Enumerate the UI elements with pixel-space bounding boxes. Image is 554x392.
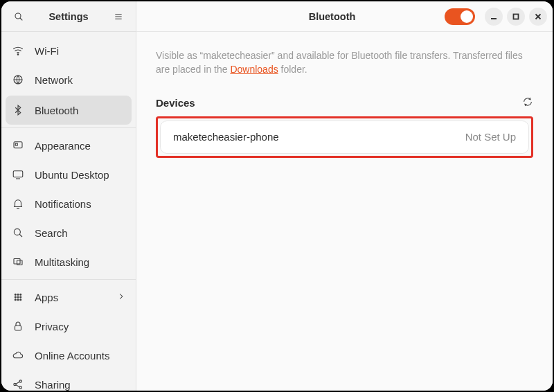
sidebar-item-sharing[interactable]: Sharing	[1, 370, 136, 391]
svg-line-28	[16, 382, 19, 384]
sidebar-item-online-accounts[interactable]: Online Accounts	[1, 341, 136, 370]
sidebar-item-label: Bluetooth	[35, 105, 78, 116]
sidebar-item-privacy[interactable]: Privacy	[1, 312, 136, 341]
svg-point-20	[20, 296, 21, 298]
svg-point-25	[14, 383, 16, 385]
wifi-icon	[11, 44, 25, 57]
apps-icon	[11, 290, 25, 304]
device-status: Not Set Up	[465, 131, 516, 143]
sidebar-item-appearance[interactable]: Appearance	[1, 131, 136, 160]
svg-point-16	[17, 294, 19, 295]
device-row[interactable]: maketecheasier-phone Not Set Up	[160, 121, 529, 154]
sidebar-item-notifications[interactable]: Notifications	[1, 189, 136, 218]
svg-rect-8	[15, 143, 17, 145]
lock-icon	[11, 319, 25, 333]
svg-rect-24	[15, 326, 21, 330]
sidebar-item-label: Appearance	[35, 140, 91, 152]
refresh-icon	[522, 96, 533, 107]
sidebar-item-ubuntu-desktop[interactable]: Ubuntu Desktop	[1, 160, 136, 189]
svg-point-15	[15, 294, 16, 295]
svg-point-22	[17, 299, 19, 301]
multitasking-icon	[11, 255, 25, 269]
visibility-blurb: Visible as “maketecheasier” and availabl…	[156, 48, 533, 77]
sidebar-item-label: Search	[35, 227, 68, 239]
svg-point-19	[17, 296, 19, 298]
sidebar-item-label: Notifications	[35, 198, 91, 210]
svg-point-23	[20, 299, 21, 301]
sidebar-item-label: Online Accounts	[35, 350, 109, 362]
sidebar-item-bluetooth[interactable]: Bluetooth	[6, 96, 132, 125]
search-icon	[11, 226, 25, 240]
sidebar-item-multitasking[interactable]: Multitasking	[1, 247, 136, 276]
hamburger-icon	[113, 11, 124, 22]
sidebar-item-wifi[interactable]: Wi-Fi	[1, 36, 136, 65]
svg-point-27	[19, 386, 21, 389]
svg-point-0	[15, 13, 21, 19]
network-icon	[11, 73, 25, 87]
page-title: Bluetooth	[142, 11, 439, 22]
cloud-icon	[11, 348, 25, 362]
sidebar-search-button[interactable]	[10, 8, 28, 26]
svg-point-18	[15, 296, 16, 298]
sidebar-item-label: Multitasking	[35, 256, 89, 268]
devices-list-highlight: maketecheasier-phone Not Set Up	[156, 116, 533, 158]
sidebar-item-label: Apps	[35, 292, 58, 303]
window-minimize-button[interactable]	[485, 8, 503, 26]
downloads-link[interactable]: Downloads	[230, 64, 278, 75]
share-icon	[11, 377, 25, 391]
desktop-icon	[11, 168, 25, 181]
sidebar-menu-button[interactable]	[109, 8, 127, 26]
sidebar-item-label: Network	[35, 74, 73, 86]
chevron-right-icon	[116, 292, 126, 303]
svg-point-26	[19, 380, 21, 382]
bluetooth-icon	[11, 103, 25, 117]
sidebar-item-label: Privacy	[35, 321, 69, 332]
sidebar-item-search[interactable]: Search	[1, 218, 136, 247]
devices-heading: Devices	[156, 97, 195, 109]
svg-point-5	[17, 54, 19, 55]
appearance-icon	[11, 139, 25, 152]
svg-point-21	[15, 299, 16, 301]
close-icon	[535, 13, 542, 20]
window-close-button[interactable]	[529, 8, 547, 26]
svg-point-11	[14, 229, 20, 235]
svg-line-1	[20, 18, 22, 20]
bluetooth-toggle[interactable]	[445, 8, 475, 25]
device-name: maketecheasier-phone	[173, 131, 279, 143]
sidebar-separator	[1, 127, 136, 128]
minimize-icon	[490, 13, 497, 20]
sidebar-separator	[1, 279, 136, 280]
sidebar-item-network[interactable]: Network	[1, 65, 136, 94]
svg-rect-9	[13, 171, 23, 177]
search-icon	[13, 11, 24, 22]
bell-icon	[11, 197, 25, 211]
refresh-button[interactable]	[522, 96, 533, 109]
maximize-icon	[512, 13, 519, 20]
window-maximize-button[interactable]	[507, 8, 525, 26]
svg-point-17	[20, 294, 21, 295]
svg-rect-31	[514, 14, 519, 19]
sidebar-item-label: Ubuntu Desktop	[35, 169, 109, 181]
svg-line-29	[16, 385, 19, 387]
svg-line-12	[19, 234, 22, 237]
sidebar-item-label: Sharing	[35, 379, 71, 391]
sidebar-item-apps[interactable]: Apps	[1, 283, 136, 312]
sidebar-item-label: Wi-Fi	[35, 45, 59, 57]
sidebar-title: Settings	[35, 11, 102, 22]
